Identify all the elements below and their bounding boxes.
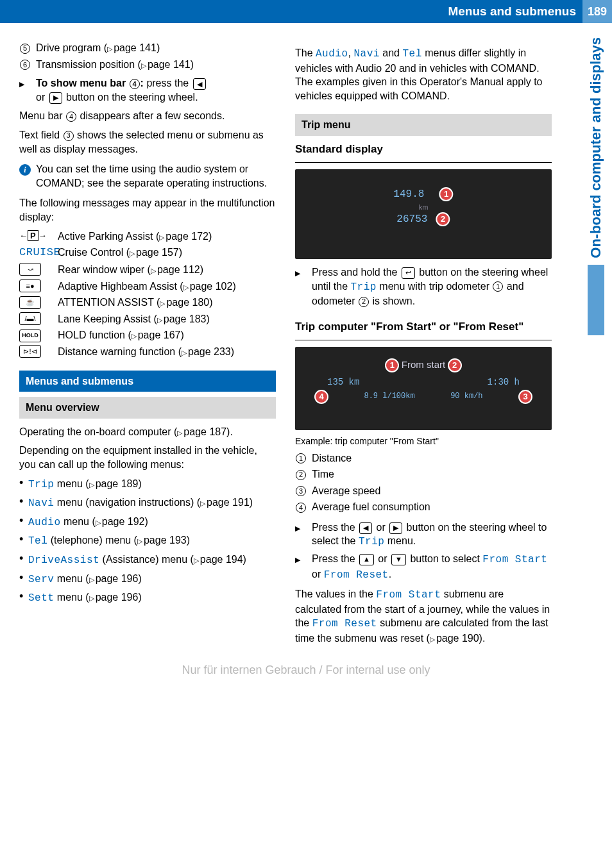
- right-arrow-icon: ▶: [389, 522, 402, 534]
- section-heading: Menus and submenus: [19, 371, 276, 392]
- list-item: 4Average fuel consumption: [295, 500, 552, 514]
- instruction-row: Press the ◀ or ▶ button on the steering …: [295, 521, 552, 549]
- left-arrow-icon: ◀: [359, 522, 372, 534]
- back-icon: ↩: [402, 267, 415, 279]
- distance-warning-icon: ⊳!⊲: [19, 345, 41, 358]
- heading: Trip computer "From Start" or "From Rese…: [295, 320, 552, 335]
- list-item: /▬\ Lane Keeping Assist (page 183): [19, 312, 276, 326]
- list-item: Audio menu (page 192): [19, 515, 276, 530]
- display-screenshot-standard: 149.8 1 km 26753 2: [295, 169, 552, 259]
- hold-icon: HOLD: [19, 330, 41, 342]
- body-text: Text field 3 shows the selected menu or …: [19, 128, 276, 156]
- list-item: ←P→ Active Parking Assist (page 172): [19, 230, 276, 244]
- status-icon-list: ←P→ Active Parking Assist (page 172) CRU…: [19, 230, 276, 359]
- highbeam-icon: ≡●: [19, 280, 41, 292]
- triangle-bullet-icon: [19, 76, 36, 104]
- attention-assist-icon: ☕: [19, 296, 41, 309]
- body-text: The Audio, Navi and Tel menus differ sli…: [295, 46, 552, 103]
- instruction-row: Press the ▲ or ▼ button to select From S…: [295, 552, 552, 582]
- body-text: Depending on the equipment installed in …: [19, 444, 276, 471]
- list-item: Sett menu (page 196): [19, 590, 276, 606]
- menu-list: Trip menu (page 189) Navi menu (navigati…: [19, 477, 276, 606]
- header-title: Menus and submenus: [448, 4, 582, 19]
- right-arrow-icon: ▶: [49, 92, 62, 104]
- list-item: HOLD HOLD function (page 167): [19, 328, 276, 342]
- image-caption: Example: trip computer "From Start": [295, 435, 552, 447]
- triangle-bullet-icon: [295, 521, 312, 549]
- divider: [295, 162, 552, 163]
- cruise-label: CRUISE: [19, 246, 60, 258]
- list-item: 6 Transmission position (page 141): [19, 58, 276, 72]
- right-column: The Audio, Navi and Tel menus differ sli…: [295, 41, 552, 651]
- list-item: DriveAssist (Assistance) menu (page 194): [19, 553, 276, 568]
- instruction-row: To show menu bar 4: press the ◀ or ▶ but…: [19, 76, 276, 104]
- left-arrow-icon: ◀: [193, 78, 206, 90]
- list-item: 2Time: [295, 467, 552, 481]
- info-note: i You can set the time using the audio s…: [19, 162, 276, 190]
- subsection-heading: Trip menu: [295, 114, 552, 136]
- parking-assist-icon: ←P→: [19, 230, 47, 241]
- list-item: ⤻ Rear window wiper (page 112): [19, 263, 276, 277]
- list-item: 5 Drive program (page 141): [19, 41, 276, 55]
- page-header: Menus and submenus 189: [0, 0, 612, 23]
- heading: Standard display: [295, 142, 552, 157]
- list-item: Navi menu (navigation instructions) (pag…: [19, 496, 276, 511]
- subsection-heading: Menu overview: [19, 397, 276, 419]
- list-item: Trip menu (page 189): [19, 477, 276, 492]
- rear-wiper-icon: ⤻: [19, 263, 41, 276]
- divider: [295, 340, 552, 340]
- up-arrow-icon: ▲: [359, 554, 374, 565]
- body-text: The following messages may appear in the…: [19, 196, 276, 224]
- info-icon: i: [19, 164, 31, 176]
- watermark-text: Nur für internen Gebrauch / For internal…: [19, 664, 593, 677]
- circled-number: 5: [20, 44, 30, 54]
- triangle-bullet-icon: [295, 265, 312, 308]
- body-text: Menu bar 4 disappears after a few second…: [19, 109, 276, 123]
- list-item: ☕ ATTENTION ASSIST (page 180): [19, 296, 276, 310]
- legend-list: 1Distance 2Time 3Average speed 4Average …: [295, 451, 552, 514]
- page-number: 189: [582, 0, 612, 23]
- body-text: Operating the on-board computer (page 18…: [19, 425, 276, 439]
- list-item: 1Distance: [295, 451, 552, 465]
- list-item: ≡● Adaptive Highbeam Assist (page 102): [19, 280, 276, 294]
- down-arrow-icon: ▼: [391, 554, 406, 565]
- body-text: The values in the From Start submenu are…: [295, 587, 552, 645]
- display-screenshot-from-start: 1 From start 2 135 km 1:30 h 4 8.9 l/100…: [295, 347, 552, 430]
- list-item: CRUISE Cruise Control (page 157): [19, 246, 276, 260]
- triangle-bullet-icon: [295, 552, 312, 582]
- instruction-row: Press and hold the ↩ button on the steer…: [295, 265, 552, 308]
- list-item: 3Average speed: [295, 484, 552, 498]
- lane-assist-icon: /▬\: [19, 312, 41, 325]
- list-item: ⊳!⊲ Distance warning function (page 233): [19, 345, 276, 359]
- list-item: Serv menu (page 196): [19, 572, 276, 587]
- circled-number: 6: [20, 60, 30, 70]
- left-column: 5 Drive program (page 141) 6 Transmissio…: [19, 41, 276, 651]
- list-item: Tel (telephone) menu (page 193): [19, 533, 276, 549]
